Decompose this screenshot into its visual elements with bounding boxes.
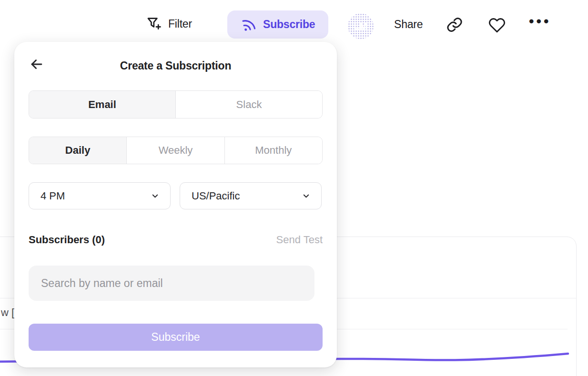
tab-weekly[interactable]: Weekly bbox=[126, 137, 224, 164]
subscribe-toolbar-button[interactable]: Subscribe bbox=[227, 10, 328, 39]
tab-monthly[interactable]: Monthly bbox=[224, 137, 322, 164]
frequency-tabs: Daily Weekly Monthly bbox=[29, 137, 323, 164]
subscribe-submit-button[interactable]: Subscribe bbox=[29, 324, 323, 351]
subscribers-count-label: Subscribers (0) bbox=[29, 234, 105, 246]
subscribers-row: Subscribers (0) Send Test bbox=[29, 234, 323, 246]
favorite-heart-icon[interactable] bbox=[488, 17, 506, 34]
tab-slack[interactable]: Slack bbox=[175, 91, 322, 118]
time-select[interactable]: 4 PM bbox=[29, 182, 171, 209]
chevron-down-icon bbox=[151, 191, 160, 200]
share-label: Share bbox=[394, 18, 423, 31]
modal-title: Create a Subscription bbox=[14, 59, 337, 72]
subscriber-search-input[interactable] bbox=[29, 266, 314, 301]
filter-button[interactable]: Filter bbox=[146, 16, 192, 32]
background-partial-label: w [ bbox=[1, 307, 14, 319]
filter-label: Filter bbox=[168, 18, 192, 30]
avatar-initials: LM bbox=[354, 21, 368, 32]
ellipsis-glyph: ••• bbox=[529, 13, 551, 30]
user-avatar[interactable]: LM bbox=[348, 13, 374, 39]
channel-tabs: Email Slack bbox=[29, 90, 323, 119]
more-options-icon[interactable]: ••• bbox=[529, 13, 551, 30]
tab-daily[interactable]: Daily bbox=[29, 137, 126, 164]
chevron-down-icon bbox=[302, 191, 311, 200]
send-test-link[interactable]: Send Test bbox=[276, 234, 323, 246]
timezone-select[interactable]: US/Pacific bbox=[180, 182, 322, 209]
rss-icon bbox=[241, 17, 256, 32]
time-select-value: 4 PM bbox=[41, 190, 65, 202]
tab-email[interactable]: Email bbox=[29, 91, 175, 118]
subscribe-label: Subscribe bbox=[263, 18, 315, 31]
share-button[interactable]: Share bbox=[394, 18, 423, 31]
copy-link-icon[interactable] bbox=[446, 16, 463, 33]
filter-plus-icon bbox=[146, 16, 162, 32]
create-subscription-modal: Create a Subscription Email Slack Daily … bbox=[14, 42, 337, 367]
timezone-select-value: US/Pacific bbox=[192, 190, 240, 202]
